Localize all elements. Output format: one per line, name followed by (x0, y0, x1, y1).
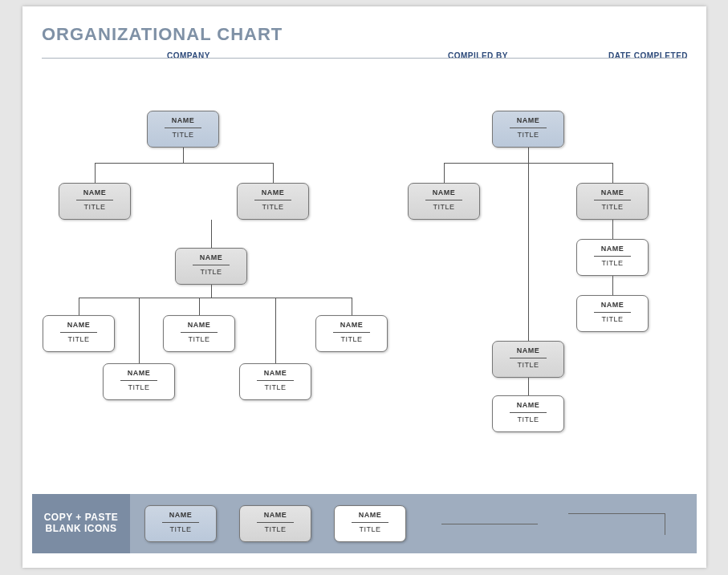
node-divider (257, 522, 294, 523)
node-title: TITLE (59, 203, 130, 211)
header-date-completed: DATE COMPLETED (608, 51, 688, 60)
node-divider (193, 265, 230, 265)
footer-label-line2: BLANK ICONS (46, 523, 117, 534)
org-node[interactable]: NAMETITLE (103, 363, 175, 400)
node-title: TITLE (240, 525, 311, 533)
org-chart-canvas: NAME TITLE NAMETITLE NAMETITLE NAMETITLE… (22, 83, 706, 451)
org-node[interactable]: NAMETITLE (492, 341, 564, 378)
node-name: NAME (316, 321, 387, 329)
template-connector-h[interactable] (441, 524, 538, 524)
node-divider (333, 332, 370, 333)
connector (612, 276, 613, 295)
connector (139, 298, 140, 363)
connector (528, 147, 529, 163)
node-divider (425, 200, 462, 200)
node-title: TITLE (409, 203, 479, 211)
connector (612, 163, 613, 183)
connector (79, 298, 352, 298)
node-title: TITLE (145, 525, 216, 533)
connector (352, 298, 352, 315)
node-name: NAME (493, 346, 563, 354)
connector (211, 220, 212, 248)
footer-bar: COPY + PASTE BLANK ICONS NAMETITLE NAMET… (32, 494, 697, 553)
connector (95, 163, 96, 183)
connector (528, 378, 529, 395)
org-node[interactable]: NAMETITLE (576, 239, 649, 276)
org-node[interactable]: NAMETITLE (59, 183, 131, 220)
node-title: TITLE (176, 268, 246, 276)
connector (275, 298, 276, 363)
connector (183, 147, 184, 163)
node-name: NAME (164, 321, 234, 329)
node-name: NAME (104, 369, 174, 377)
node-name: NAME (493, 116, 563, 124)
org-node[interactable]: NAMETITLE (237, 183, 309, 220)
org-node[interactable]: NAMETITLE (492, 395, 564, 432)
org-node[interactable]: NAMETITLE (576, 295, 649, 332)
org-node[interactable]: NAMETITLE (43, 315, 115, 352)
node-divider (594, 312, 631, 313)
sheet: ORGANIZATIONAL CHART COMPANY COMPILED BY… (22, 6, 706, 568)
connector (444, 163, 445, 183)
template-node-white[interactable]: NAMETITLE (334, 505, 406, 542)
template-node-blue[interactable]: NAMETITLE (144, 505, 217, 542)
node-title: TITLE (43, 335, 114, 343)
node-divider (165, 128, 201, 128)
header-rule (42, 58, 687, 59)
node-title: TITLE (335, 525, 405, 533)
page: ORGANIZATIONAL CHART COMPANY COMPILED BY… (0, 0, 728, 575)
node-divider (594, 200, 631, 200)
node-name: NAME (145, 511, 216, 519)
node-title: TITLE (493, 361, 563, 369)
node-name: NAME (335, 511, 405, 519)
connector (95, 163, 273, 164)
node-name: NAME (577, 188, 648, 196)
node-name: NAME (240, 369, 311, 377)
node-title: TITLE (104, 383, 174, 391)
node-name: NAME (176, 253, 246, 261)
org-node-root-right[interactable]: NAMETITLE (492, 111, 564, 148)
org-node[interactable]: NAMETITLE (576, 183, 649, 220)
node-title: TITLE (493, 415, 563, 423)
node-name: NAME (577, 301, 648, 309)
connector (199, 298, 200, 315)
org-node[interactable]: NAMETITLE (408, 183, 480, 220)
connector (273, 163, 274, 183)
org-node-root-left[interactable]: NAME TITLE (147, 111, 219, 148)
header-company: COMPANY (167, 51, 210, 60)
node-divider (254, 200, 291, 200)
node-divider (594, 256, 631, 257)
node-name: NAME (148, 116, 218, 124)
template-connector-elbow[interactable] (568, 513, 665, 535)
node-name: NAME (577, 245, 648, 253)
node-divider (352, 522, 388, 523)
node-title: TITLE (493, 131, 563, 139)
page-title: ORGANIZATIONAL CHART (42, 24, 283, 45)
org-node[interactable]: NAMETITLE (315, 315, 388, 352)
footer-label-line1: COPY + PASTE (44, 512, 119, 523)
node-divider (510, 412, 547, 413)
node-divider (120, 380, 157, 381)
node-divider (162, 522, 199, 523)
node-name: NAME (238, 188, 308, 196)
node-divider (60, 332, 97, 333)
node-title: TITLE (577, 203, 648, 211)
node-title: TITLE (316, 335, 387, 343)
connector (211, 285, 212, 298)
node-divider (510, 358, 547, 358)
org-node[interactable]: NAMETITLE (163, 315, 235, 352)
node-divider (76, 200, 113, 200)
template-node-grey[interactable]: NAMETITLE (239, 505, 311, 542)
node-title: TITLE (240, 383, 311, 391)
node-title: TITLE (238, 203, 308, 211)
node-divider (181, 332, 218, 333)
connector (612, 220, 613, 239)
node-name: NAME (59, 188, 130, 196)
org-node[interactable]: NAMETITLE (239, 363, 311, 400)
footer-label: COPY + PASTE BLANK ICONS (32, 494, 130, 553)
node-name: NAME (43, 321, 114, 329)
org-node[interactable]: NAMETITLE (175, 248, 247, 285)
connector (528, 163, 529, 341)
node-title: TITLE (164, 335, 234, 343)
node-divider (257, 380, 294, 381)
